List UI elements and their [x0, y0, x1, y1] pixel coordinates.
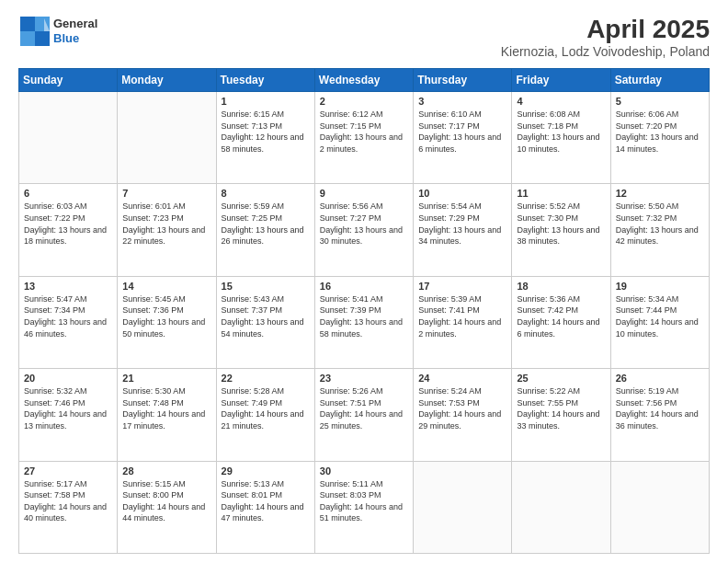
svg-rect-4 [35, 31, 50, 46]
day-info: Sunrise: 5:59 AM Sunset: 7:25 PM Dayligh… [222, 201, 310, 247]
day-number: 12 [616, 188, 704, 199]
day-info: Sunrise: 6:08 AM Sunset: 7:18 PM Dayligh… [517, 109, 605, 155]
day-info: Sunrise: 5:39 AM Sunset: 7:41 PM Dayligh… [418, 293, 506, 339]
day-cell: 15Sunrise: 5:43 AM Sunset: 7:37 PM Dayli… [216, 276, 314, 368]
logo: General Blue [18, 15, 97, 48]
day-info: Sunrise: 6:06 AM Sunset: 7:20 PM Dayligh… [616, 109, 704, 155]
day-cell: 10Sunrise: 5:54 AM Sunset: 7:29 PM Dayli… [414, 184, 512, 276]
week-row-4: 20Sunrise: 5:32 AM Sunset: 7:46 PM Dayli… [19, 369, 710, 461]
day-info: Sunrise: 5:30 AM Sunset: 7:48 PM Dayligh… [122, 385, 210, 431]
day-info: Sunrise: 5:43 AM Sunset: 7:37 PM Dayligh… [222, 293, 310, 339]
logo-text: General Blue [53, 17, 97, 45]
svg-rect-3 [20, 31, 35, 46]
day-number: 5 [616, 96, 704, 107]
day-info: Sunrise: 5:36 AM Sunset: 7:42 PM Dayligh… [517, 293, 605, 339]
day-cell: 27Sunrise: 5:17 AM Sunset: 7:58 PM Dayli… [19, 461, 118, 553]
week-row-2: 6Sunrise: 6:03 AM Sunset: 7:22 PM Daylig… [19, 184, 710, 276]
title-block: April 2025 Kiernozia, Lodz Voivodeship, … [501, 15, 710, 59]
day-cell [118, 92, 216, 184]
day-cell: 26Sunrise: 5:19 AM Sunset: 7:56 PM Dayli… [610, 369, 709, 461]
day-cell: 30Sunrise: 5:11 AM Sunset: 8:03 PM Dayli… [314, 461, 413, 553]
day-number: 3 [418, 96, 506, 107]
day-cell: 12Sunrise: 5:50 AM Sunset: 7:32 PM Dayli… [610, 184, 709, 276]
header-friday: Friday [512, 69, 610, 92]
day-number: 8 [222, 188, 310, 199]
day-number: 10 [418, 188, 506, 199]
day-cell: 25Sunrise: 5:22 AM Sunset: 7:55 PM Dayli… [512, 369, 610, 461]
day-cell: 7Sunrise: 6:01 AM Sunset: 7:23 PM Daylig… [118, 184, 216, 276]
day-info: Sunrise: 5:28 AM Sunset: 7:49 PM Dayligh… [222, 385, 310, 431]
day-info: Sunrise: 5:11 AM Sunset: 8:03 PM Dayligh… [320, 478, 408, 524]
day-number: 14 [122, 281, 210, 292]
week-row-5: 27Sunrise: 5:17 AM Sunset: 7:58 PM Dayli… [19, 461, 710, 553]
day-cell: 6Sunrise: 6:03 AM Sunset: 7:22 PM Daylig… [19, 184, 118, 276]
day-info: Sunrise: 5:22 AM Sunset: 7:55 PM Dayligh… [517, 385, 605, 431]
day-number: 29 [222, 465, 310, 477]
week-row-1: 1Sunrise: 6:15 AM Sunset: 7:13 PM Daylig… [19, 92, 710, 184]
header-saturday: Saturday [610, 69, 709, 92]
day-number: 22 [222, 373, 310, 384]
header: General Blue April 2025 Kiernozia, Lodz … [18, 15, 710, 59]
day-cell: 29Sunrise: 5:13 AM Sunset: 8:01 PM Dayli… [216, 461, 314, 553]
svg-rect-1 [20, 17, 35, 31]
day-number: 1 [222, 96, 310, 107]
logo-blue-text: Blue [53, 31, 79, 45]
day-cell: 14Sunrise: 5:45 AM Sunset: 7:36 PM Dayli… [118, 276, 216, 368]
day-number: 11 [517, 188, 605, 199]
day-cell: 5Sunrise: 6:06 AM Sunset: 7:20 PM Daylig… [610, 92, 709, 184]
header-monday: Monday [118, 69, 216, 92]
day-cell: 23Sunrise: 5:26 AM Sunset: 7:51 PM Dayli… [314, 369, 413, 461]
day-info: Sunrise: 6:12 AM Sunset: 7:15 PM Dayligh… [320, 109, 408, 155]
day-cell [414, 461, 512, 553]
day-number: 15 [222, 281, 310, 292]
day-number: 20 [24, 373, 112, 384]
day-info: Sunrise: 5:13 AM Sunset: 8:01 PM Dayligh… [222, 478, 310, 524]
day-info: Sunrise: 5:34 AM Sunset: 7:44 PM Dayligh… [616, 293, 704, 339]
day-cell: 4Sunrise: 6:08 AM Sunset: 7:18 PM Daylig… [512, 92, 610, 184]
header-wednesday: Wednesday [314, 69, 413, 92]
day-number: 24 [418, 373, 506, 384]
day-cell: 3Sunrise: 6:10 AM Sunset: 7:17 PM Daylig… [414, 92, 512, 184]
day-number: 16 [320, 281, 408, 292]
day-info: Sunrise: 5:50 AM Sunset: 7:32 PM Dayligh… [616, 201, 704, 247]
day-number: 9 [320, 188, 408, 199]
header-tuesday: Tuesday [216, 69, 314, 92]
day-info: Sunrise: 5:47 AM Sunset: 7:34 PM Dayligh… [24, 293, 112, 339]
day-number: 2 [320, 96, 408, 107]
day-info: Sunrise: 5:32 AM Sunset: 7:46 PM Dayligh… [24, 385, 112, 431]
day-number: 27 [24, 465, 112, 477]
header-sunday: Sunday [19, 69, 118, 92]
day-number: 7 [122, 188, 210, 199]
day-info: Sunrise: 5:52 AM Sunset: 7:30 PM Dayligh… [517, 201, 605, 247]
logo-svg [18, 15, 51, 48]
day-number: 25 [517, 373, 605, 384]
day-number: 21 [122, 373, 210, 384]
day-cell: 20Sunrise: 5:32 AM Sunset: 7:46 PM Dayli… [19, 369, 118, 461]
week-row-3: 13Sunrise: 5:47 AM Sunset: 7:34 PM Dayli… [19, 276, 710, 368]
day-cell: 16Sunrise: 5:41 AM Sunset: 7:39 PM Dayli… [314, 276, 413, 368]
weekday-header-row: Sunday Monday Tuesday Wednesday Thursday… [19, 69, 710, 92]
day-number: 28 [122, 465, 210, 477]
logo-general-text: General [53, 17, 97, 30]
page: General Blue April 2025 Kiernozia, Lodz … [0, 0, 728, 563]
day-number: 17 [418, 281, 506, 292]
day-cell: 8Sunrise: 5:59 AM Sunset: 7:25 PM Daylig… [216, 184, 314, 276]
day-cell: 22Sunrise: 5:28 AM Sunset: 7:49 PM Dayli… [216, 369, 314, 461]
day-number: 6 [24, 188, 112, 199]
day-cell [512, 461, 610, 553]
day-info: Sunrise: 5:15 AM Sunset: 8:00 PM Dayligh… [122, 478, 210, 524]
day-number: 19 [616, 281, 704, 292]
day-number: 4 [517, 96, 605, 107]
day-info: Sunrise: 5:26 AM Sunset: 7:51 PM Dayligh… [320, 385, 408, 431]
day-number: 30 [320, 465, 408, 477]
calendar-title: April 2025 [501, 15, 710, 44]
day-cell: 11Sunrise: 5:52 AM Sunset: 7:30 PM Dayli… [512, 184, 610, 276]
day-cell: 28Sunrise: 5:15 AM Sunset: 8:00 PM Dayli… [118, 461, 216, 553]
day-cell: 24Sunrise: 5:24 AM Sunset: 7:53 PM Dayli… [414, 369, 512, 461]
day-cell: 13Sunrise: 5:47 AM Sunset: 7:34 PM Dayli… [19, 276, 118, 368]
calendar-table: Sunday Monday Tuesday Wednesday Thursday… [18, 68, 710, 554]
day-cell: 21Sunrise: 5:30 AM Sunset: 7:48 PM Dayli… [118, 369, 216, 461]
day-cell: 19Sunrise: 5:34 AM Sunset: 7:44 PM Dayli… [610, 276, 709, 368]
day-info: Sunrise: 5:45 AM Sunset: 7:36 PM Dayligh… [122, 293, 210, 339]
day-cell [19, 92, 118, 184]
